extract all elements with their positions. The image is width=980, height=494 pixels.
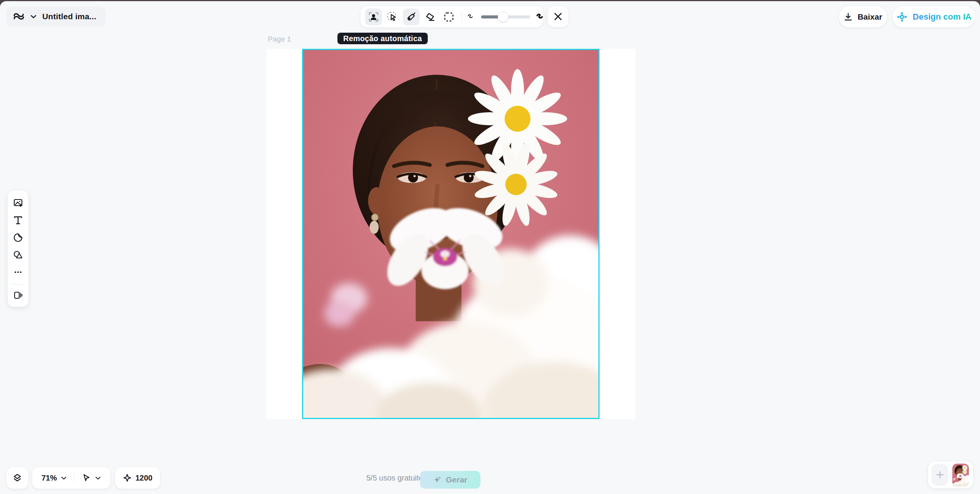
brush-size-thumb[interactable]	[498, 12, 508, 22]
document-title: Untitled ima...	[42, 12, 96, 21]
shapes-icon	[13, 249, 23, 260]
sticker-icon	[13, 232, 23, 243]
select-tool-button[interactable]	[384, 8, 401, 25]
stroke-size-max-icon	[535, 12, 546, 22]
more-dots-icon	[13, 267, 23, 278]
sidebar-item-text[interactable]	[10, 213, 26, 227]
generate-button[interactable]: Gerar	[420, 471, 480, 489]
auto-removal-tool-button[interactable]	[365, 8, 382, 25]
format-resize-icon	[13, 290, 23, 301]
add-image-icon	[13, 198, 23, 208]
capcut-logo-icon	[13, 12, 25, 22]
cursor-select-icon	[387, 11, 398, 23]
page-label: Page 1	[268, 35, 291, 43]
chevron-down-icon[interactable]	[61, 476, 67, 480]
sidebar-item-add-image[interactable]	[10, 196, 26, 210]
download-icon	[844, 12, 853, 22]
sidebar-item-more[interactable]	[10, 265, 26, 279]
ai-design-label: Design com IA	[913, 12, 972, 22]
person-select-icon	[368, 11, 379, 23]
download-label: Baixar	[857, 12, 882, 22]
free-usage-counter: 5/5 usos gratuitos	[366, 467, 427, 489]
eraser-icon	[424, 11, 436, 23]
view-controls: 71%	[32, 467, 110, 489]
canvas-image-selected[interactable]	[302, 49, 600, 419]
sidebar-item-sticker[interactable]	[10, 230, 26, 245]
stroke-size-min-icon	[466, 12, 475, 22]
credits-button[interactable]: 1200	[115, 467, 160, 489]
close-icon	[553, 12, 563, 21]
marquee-rect-icon	[443, 11, 455, 23]
sidebar-item-format[interactable]	[10, 288, 26, 303]
layers-button[interactable]	[7, 467, 28, 489]
ai-design-icon	[896, 11, 908, 23]
document-menu[interactable]: Untitled ima...	[6, 7, 106, 27]
close-editor-button[interactable]	[548, 6, 568, 27]
text-icon	[13, 215, 23, 226]
project-switcher	[928, 461, 973, 488]
current-image-thumbnail[interactable]	[952, 464, 969, 486]
eraser-tool-button[interactable]	[422, 8, 439, 25]
chevron-down-icon	[30, 14, 37, 19]
layers-icon	[12, 472, 23, 483]
insert-sidebar	[8, 191, 28, 307]
ai-design-button[interactable]: Design com IA	[892, 6, 975, 27]
app-window: Untitled ima...	[0, 1, 980, 494]
sidebar-divider	[11, 284, 25, 284]
star-credits-icon	[123, 473, 132, 482]
sidebar-item-shapes[interactable]	[10, 248, 26, 262]
plus-icon	[935, 470, 945, 480]
tooltip: Remoção automática	[337, 33, 428, 44]
add-page-button[interactable]	[932, 464, 948, 486]
view-controls-divider	[74, 473, 74, 482]
zoom-level-value[interactable]: 71%	[42, 474, 57, 482]
editing-toolbar	[360, 6, 543, 27]
switcher-divider	[950, 471, 950, 479]
brush-size-slider[interactable]	[481, 15, 530, 18]
pointer-mode-icon[interactable]	[81, 473, 91, 483]
brush-tool-button[interactable]	[403, 8, 420, 25]
chevron-down-icon[interactable]	[95, 476, 101, 480]
brush-icon	[405, 11, 417, 23]
sparkle-icon	[433, 475, 442, 484]
generate-label: Gerar	[446, 475, 467, 484]
credits-value: 1200	[135, 474, 153, 482]
download-button[interactable]: Baixar	[839, 6, 887, 27]
marquee-select-tool-button[interactable]	[440, 8, 457, 25]
toolbar-divider	[462, 12, 462, 22]
